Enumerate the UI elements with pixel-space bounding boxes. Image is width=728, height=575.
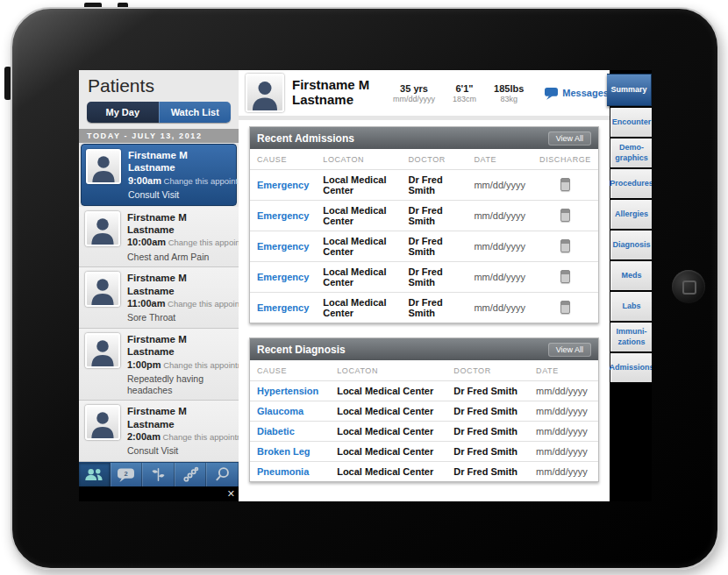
stat-height-metric: 183cm (453, 95, 476, 103)
appointment-list-item[interactable]: Firstname M Lastname1:00pm Change this a… (79, 329, 239, 401)
sidebar-tab-summary[interactable]: Summary (607, 74, 652, 106)
toolbar-messages-button[interactable]: 2 (111, 463, 143, 486)
doctor-cell: Dr Fred Smith (446, 401, 529, 422)
column-header: DOCTOR (402, 149, 467, 170)
toolbar-patients-button[interactable] (79, 463, 111, 486)
discharge-document-icon[interactable] (560, 301, 570, 314)
sidebar-tab-encounter[interactable]: Encounter (610, 108, 652, 137)
table-row[interactable]: EmergencyLocal Medical CenterDr Fred Smi… (250, 262, 598, 293)
svg-text:2: 2 (125, 470, 128, 478)
app-screen: Patients My Day Watch List TODAY - JULY … (79, 70, 652, 501)
stat-age: 35 yrs mm/dd/yyyy (393, 83, 435, 103)
toolbar-links-button[interactable] (175, 463, 207, 486)
appointment-list-item[interactable]: Firstname M Lastname9:00am Change this a… (81, 144, 237, 206)
table-row[interactable]: EmergencyLocal Medical CenterDr Fred Smi… (250, 201, 598, 231)
patient-avatar (85, 272, 120, 307)
recent-admissions-header: Recent Admissions View All (250, 127, 598, 149)
sidebar-tab-procedures[interactable]: Procedures (610, 169, 652, 198)
home-button[interactable] (672, 270, 705, 303)
appointment-reason: Consult Visit (127, 445, 232, 457)
column-header: DATE (467, 149, 532, 170)
tablet-frame: Patients My Day Watch List TODAY - JULY … (11, 7, 719, 570)
table-row[interactable]: EmergencyLocal Medical CenterDr Fred Smi… (250, 293, 598, 323)
column-header: CAUSE (250, 360, 330, 381)
sidebar-tab-labs[interactable]: Labs (610, 292, 652, 321)
location-cell: Local Medical Center (316, 293, 401, 323)
change-appointment-link[interactable]: Change this appointment (163, 360, 239, 370)
toolbar-directions-button[interactable] (142, 463, 175, 486)
table-row[interactable]: GlaucomaLocal Medical CenterDr Fred Smit… (250, 401, 598, 422)
table-row[interactable]: HypertensionLocal Medical CenterDr Fred … (250, 381, 598, 401)
cause-link[interactable]: Broken Leg (257, 446, 310, 457)
doctor-cell: Dr Fred Smith (402, 201, 467, 231)
appointment-reason: Chest and Arm Pain (127, 252, 232, 263)
cause-link[interactable]: Emergency (257, 180, 309, 190)
appointment-list-item[interactable]: Firstname M Lastname11:00am Change this … (79, 267, 239, 329)
cause-link[interactable]: Emergency (257, 302, 309, 313)
patient-stats: 35 yrs mm/dd/yyyy 6'1" 183cm 185lbs 83kg (393, 83, 524, 103)
location-cell: Local Medical Center (330, 401, 446, 422)
sidebar-tab-diagnosis[interactable]: Diagnosis (610, 231, 652, 259)
doctor-cell: Dr Fred Smith (446, 462, 529, 482)
cause-link[interactable]: Diabetic (257, 426, 295, 437)
sidebar-tab-meds[interactable]: Meds (610, 261, 652, 290)
discharge-document-icon[interactable] (560, 209, 570, 222)
patient-avatar (86, 149, 121, 184)
patient-name: Firstname M Lastname (127, 211, 232, 237)
discharge-document-icon[interactable] (560, 178, 570, 191)
messages-icon: 2 (116, 467, 136, 483)
appointment-list-item[interactable]: Firstname M Lastname10:00am Change this … (79, 207, 239, 268)
patients-panel-title: Patients (79, 70, 239, 99)
cause-link[interactable]: Emergency (257, 272, 309, 282)
sidebar-tab-demographics[interactable]: Demo- graphics (610, 138, 652, 167)
patient-name: Firstname M Lastname (127, 272, 232, 297)
location-cell: Local Medical Center (330, 462, 446, 482)
cause-link[interactable]: Emergency (257, 210, 309, 221)
record-nav-sidebar: SummaryEncounterDemo- graphicsProcedures… (610, 70, 652, 501)
diagnosis-view-all-button[interactable]: View All (548, 343, 591, 357)
stat-age-dob: mm/dd/yyyy (393, 95, 435, 103)
close-icon[interactable]: ✕ (227, 486, 235, 500)
appointment-time: 10:00am (127, 237, 166, 247)
sidebar-tab-admissions[interactable]: Admissions (610, 353, 652, 382)
table-row[interactable]: Broken LegLocal Medical CenterDr Fred Sm… (250, 442, 598, 462)
appointment-time: 2:00am (127, 431, 161, 442)
date-cell: mm/dd/yyyy (467, 293, 532, 323)
table-row[interactable]: DiabeticLocal Medical CenterDr Fred Smit… (250, 422, 598, 442)
appointment-time: 9:00am (128, 175, 161, 186)
table-row[interactable]: PneumoniaLocal Medical CenterDr Fred Smi… (250, 462, 598, 482)
admissions-view-all-button[interactable]: View All (548, 131, 591, 146)
messages-dropdown[interactable]: Messages ▾ (544, 87, 616, 100)
column-header: CAUSE (250, 149, 316, 170)
sidebar-tab-allergies[interactable]: Allergies (610, 200, 652, 229)
cause-link[interactable]: Pneumonia (257, 466, 309, 477)
stat-age-value: 35 yrs (393, 83, 435, 94)
location-cell: Local Medical Center (316, 231, 401, 262)
patient-avatar (246, 74, 284, 112)
recent-diagnosis-section: Recent Diagnosis View All CAUSELOCATONDO… (249, 337, 599, 482)
cause-link[interactable]: Hypertension (257, 386, 318, 396)
doctor-cell: Dr Fred Smith (402, 170, 467, 201)
sidebar-tab-immunizations[interactable]: Immuni- zations (610, 323, 652, 351)
recent-diagnosis-header: Recent Diagnosis View All (250, 338, 598, 360)
appointment-list-item[interactable]: Firstname M Lastname2:00am Change this a… (79, 401, 239, 462)
tab-my-day[interactable]: My Day (87, 102, 159, 123)
discharge-document-icon[interactable] (560, 239, 570, 252)
table-row[interactable]: EmergencyLocal Medical CenterDr Fred Smi… (250, 170, 598, 201)
tab-watch-list[interactable]: Watch List (159, 102, 232, 123)
panel-under-bar: ✕ (79, 486, 239, 501)
stat-weight-value: 185lbs (494, 83, 524, 94)
date-cell: mm/dd/yyyy (467, 201, 532, 231)
discharge-document-icon[interactable] (560, 270, 570, 283)
recent-diagnosis-title: Recent Diagnosis (257, 344, 346, 356)
cause-link[interactable]: Glaucoma (257, 406, 303, 416)
change-appointment-link[interactable]: Change this appointment (168, 238, 239, 247)
change-appointment-link[interactable]: Change this appointment (168, 299, 239, 309)
toolbar-search-button[interactable] (206, 463, 239, 486)
change-appointment-link[interactable]: Change this appointment (163, 432, 239, 442)
change-appointment-link[interactable]: Change this appointment (164, 176, 239, 186)
directions-icon (150, 466, 167, 483)
cause-link[interactable]: Emergency (257, 241, 309, 252)
stat-weight-metric: 83kg (494, 95, 524, 103)
table-row[interactable]: EmergencyLocal Medical CenterDr Fred Smi… (250, 231, 598, 262)
